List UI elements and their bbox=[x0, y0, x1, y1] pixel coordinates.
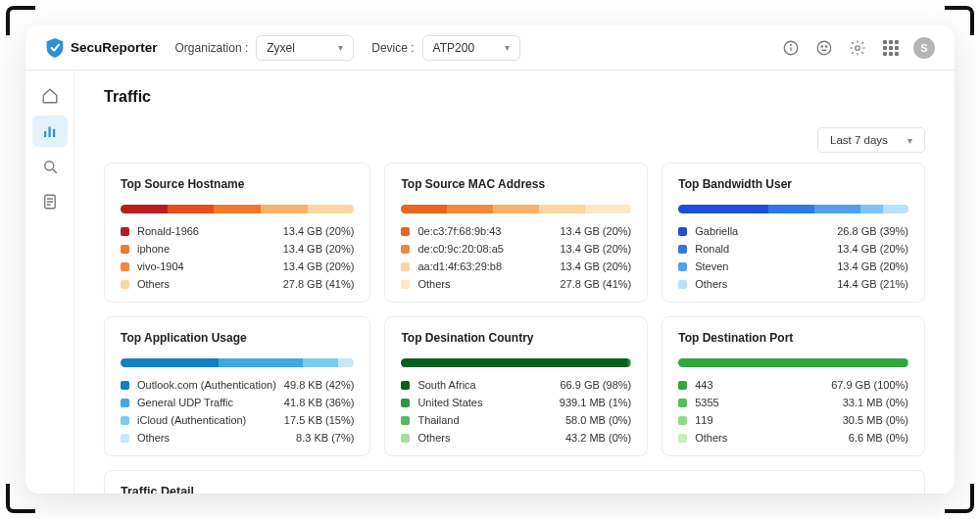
bar-segment bbox=[678, 205, 768, 213]
legend-rows: Ronald-196613.4 GB (20%)iphone13.4 GB (2… bbox=[121, 225, 354, 290]
color-swatch bbox=[678, 280, 687, 289]
bar-segment bbox=[401, 205, 447, 213]
nav-home[interactable] bbox=[32, 80, 68, 112]
bar-segment bbox=[585, 205, 631, 213]
main-content: Traffic Last 7 days ▾ Top Source Hostnam… bbox=[74, 71, 955, 494]
color-swatch bbox=[678, 416, 687, 425]
chevron-down-icon: ▾ bbox=[907, 135, 912, 146]
legend-value: 6.6 MB (0%) bbox=[849, 432, 908, 444]
legend-value: 27.8 GB (41%) bbox=[560, 278, 631, 290]
legend-value: 27.8 GB (41%) bbox=[283, 278, 355, 290]
avatar-initial: S bbox=[920, 42, 927, 54]
legend-row: Steven13.4 GB (20%) bbox=[678, 260, 908, 272]
legend-rows: 0e:c3:7f:68:9b:4313.4 GB (20%)de:c0:9c:2… bbox=[401, 225, 631, 290]
svg-point-3 bbox=[817, 41, 831, 55]
org-dropdown[interactable]: Zyxel ▾ bbox=[256, 35, 354, 61]
color-swatch bbox=[401, 245, 410, 254]
device-dropdown[interactable]: ATP200 ▾ bbox=[422, 35, 520, 61]
legend-label: vivo-1904 bbox=[137, 260, 275, 272]
legend-value: 58.0 MB (0%) bbox=[565, 414, 631, 426]
legend-row: Others27.8 GB (41%) bbox=[401, 278, 631, 290]
svg-rect-9 bbox=[48, 127, 50, 138]
color-swatch bbox=[121, 227, 129, 236]
avatar[interactable]: S bbox=[913, 37, 935, 59]
color-swatch bbox=[678, 434, 687, 443]
legend-row: 0e:c3:7f:68:9b:4313.4 GB (20%) bbox=[401, 225, 631, 237]
bar-segment bbox=[630, 358, 631, 367]
color-swatch bbox=[401, 381, 410, 390]
nav-search[interactable] bbox=[32, 151, 68, 182]
color-swatch bbox=[401, 434, 410, 443]
svg-point-2 bbox=[791, 44, 792, 45]
top-bar: SecuReporter Organization : Zyxel ▾ Devi… bbox=[25, 25, 955, 71]
brand-name: SecuReporter bbox=[71, 40, 158, 55]
bar-segment bbox=[214, 205, 261, 213]
svg-point-7 bbox=[856, 45, 860, 50]
legend-value: 30.5 MB (0%) bbox=[843, 414, 908, 426]
stacked-bar bbox=[678, 205, 908, 213]
legend-value: 13.4 GB (20%) bbox=[283, 225, 355, 237]
color-swatch bbox=[121, 280, 129, 289]
color-swatch bbox=[678, 399, 687, 407]
color-swatch bbox=[678, 381, 687, 390]
legend-row: Ronald-196613.4 GB (20%) bbox=[121, 225, 354, 237]
bar-segment bbox=[219, 358, 303, 367]
svg-rect-10 bbox=[53, 129, 55, 137]
legend-rows: 44367.9 GB (100%)535533.1 MB (0%)11930.5… bbox=[678, 379, 908, 444]
legend-label: 0e:c3:7f:68:9b:43 bbox=[417, 225, 552, 237]
face-icon[interactable] bbox=[813, 37, 835, 59]
stat-card: Top Bandwidth UserGabriella26.8 GB (39%)… bbox=[662, 163, 925, 303]
apps-grid-icon[interactable] bbox=[880, 37, 902, 59]
stat-card: Top Source MAC Address0e:c3:7f:68:9b:431… bbox=[384, 163, 648, 303]
bar-segment bbox=[401, 358, 626, 367]
color-swatch bbox=[121, 434, 129, 443]
card-title: Top Source MAC Address bbox=[401, 177, 631, 191]
bar-segment bbox=[814, 205, 860, 213]
color-swatch bbox=[401, 280, 410, 289]
chevron-down-icon: ▾ bbox=[505, 42, 510, 53]
nav-report[interactable] bbox=[32, 186, 68, 217]
svg-rect-8 bbox=[44, 131, 46, 137]
legend-row: South Africa66.9 GB (98%) bbox=[401, 379, 631, 391]
body: Traffic Last 7 days ▾ Top Source Hostnam… bbox=[25, 71, 955, 494]
legend-label: United States bbox=[417, 397, 551, 408]
legend-label: Others bbox=[137, 432, 288, 444]
legend-label: 443 bbox=[695, 379, 823, 391]
legend-label: Thailand bbox=[417, 414, 558, 426]
legend-label: iCloud (Authentication) bbox=[137, 414, 276, 426]
legend-value: 14.4 GB (21%) bbox=[837, 278, 908, 290]
org-label: Organization : bbox=[175, 41, 249, 55]
legend-row: de:c0:9c:20:08:a513.4 GB (20%) bbox=[401, 243, 631, 255]
gear-icon[interactable] bbox=[847, 37, 868, 59]
bar-segment bbox=[678, 358, 907, 367]
device-value: ATP200 bbox=[433, 41, 474, 55]
legend-value: 43.2 MB (0%) bbox=[565, 432, 631, 444]
traffic-detail-title: Traffic Detail bbox=[121, 485, 908, 494]
shield-icon bbox=[45, 37, 65, 59]
legend-value: 13.4 GB (20%) bbox=[560, 225, 631, 237]
device-label: Device : bbox=[371, 41, 414, 55]
legend-value: 66.9 GB (98%) bbox=[560, 379, 631, 391]
stat-card: Top Application UsageOutlook.com (Authen… bbox=[104, 316, 370, 456]
info-icon[interactable] bbox=[780, 37, 802, 59]
left-nav bbox=[25, 71, 74, 494]
legend-row: 44367.9 GB (100%) bbox=[678, 379, 908, 391]
legend-row: Others8.3 KB (7%) bbox=[121, 432, 354, 444]
color-swatch bbox=[121, 416, 129, 425]
legend-value: 8.3 KB (7%) bbox=[296, 432, 354, 444]
legend-row: Others6.6 MB (0%) bbox=[678, 432, 908, 444]
date-range-dropdown[interactable]: Last 7 days ▾ bbox=[817, 127, 925, 153]
bar-segment bbox=[883, 205, 908, 213]
bar-segment bbox=[493, 205, 539, 213]
card-title: Top Source Hostname bbox=[121, 177, 354, 191]
cards-grid: Top Source HostnameRonald-196613.4 GB (2… bbox=[104, 163, 925, 456]
org-selector: Organization : Zyxel ▾ bbox=[175, 35, 355, 61]
nav-analytics[interactable] bbox=[32, 116, 68, 147]
legend-label: Ronald-1966 bbox=[137, 225, 275, 237]
legend-row: iphone13.4 GB (20%) bbox=[121, 243, 354, 255]
legend-row: Others14.4 GB (21%) bbox=[678, 278, 908, 290]
legend-value: 49.8 KB (42%) bbox=[284, 379, 355, 391]
legend-label: Others bbox=[137, 278, 275, 290]
device-selector: Device : ATP200 ▾ bbox=[371, 35, 519, 61]
bar-segment bbox=[768, 205, 814, 213]
